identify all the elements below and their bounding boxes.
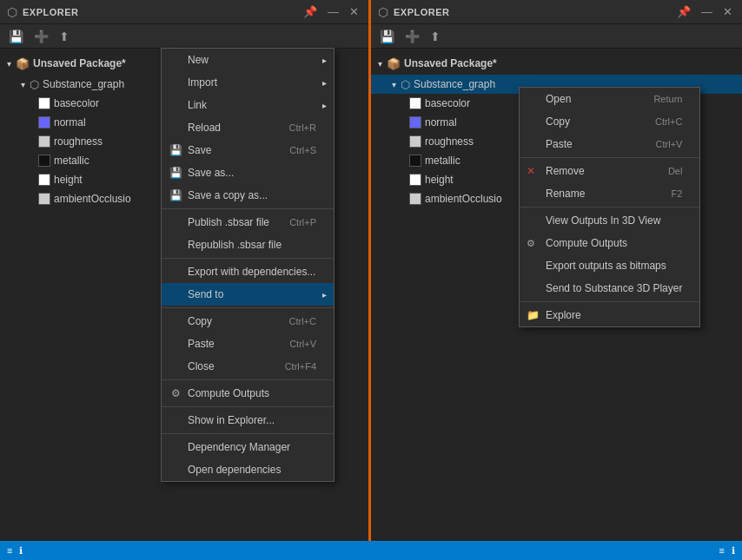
menu-reload: ReloadCtrl+R — [162, 116, 334, 139]
left-graph-label: Substance_graph — [43, 78, 124, 90]
normal-swatch-right — [409, 116, 421, 128]
close-button-left[interactable]: ✕ — [347, 4, 361, 19]
save-as-icon: 💾 — [169, 166, 182, 180]
rmenu-view3d[interactable]: View Outputs In 3D View — [520, 209, 699, 232]
sep2 — [162, 258, 334, 259]
graph-icon-left: ⬡ — [30, 78, 39, 91]
roughness-swatch-right — [409, 135, 421, 148]
metallic-swatch-left — [38, 155, 50, 167]
export-toolbar-btn-left[interactable]: ⬆ — [56, 28, 73, 45]
folder-icon: 📁 — [527, 309, 540, 321]
menu-open-deps[interactable]: Open dependencies — [162, 458, 334, 481]
height-swatch-right — [409, 174, 421, 186]
rmenu-remove[interactable]: ✕ RemoveDel — [520, 160, 699, 182]
menu-show-explorer: Show in Explorer... — [162, 409, 334, 432]
left-panel: ⬡ EXPLORER 📌 — ✕ 💾 ➕ ⬆ 📦 Unsaved Package… — [0, 0, 371, 541]
basecolor-swatch-left — [38, 97, 50, 109]
sep5 — [162, 406, 334, 407]
save-icon: 💾 — [169, 143, 182, 157]
rmenu-export-bitmaps[interactable]: Export outputs as bitmaps — [520, 254, 699, 277]
ambient-swatch-left — [38, 193, 50, 205]
graph-chevron-left — [17, 79, 28, 89]
menu-save-as[interactable]: 💾 Save as... — [162, 161, 334, 184]
menu-compute[interactable]: ⚙ Compute Outputs — [162, 382, 334, 405]
left-context-menu: New Import Link ReloadCtrl+R 💾 SaveCtrl+… — [161, 48, 335, 482]
right-package-label: Unsaved Package* — [404, 57, 497, 69]
metallic-label-right: metallic — [425, 155, 460, 167]
rsep1 — [520, 157, 699, 158]
basecolor-swatch-right — [409, 97, 421, 109]
package-box-icon-right: 📦 — [387, 57, 401, 70]
right-context-menu: OpenReturn CopyCtrl+C PasteCtrl+V ✕ Remo… — [519, 87, 700, 327]
sep4 — [162, 379, 334, 380]
menu-import[interactable]: Import — [162, 71, 334, 94]
height-label-left: height — [54, 174, 83, 186]
save-copy-icon: 💾 — [169, 188, 182, 202]
rmenu-send-player[interactable]: Send to Substance 3D Player — [520, 277, 699, 300]
left-panel-title: EXPLORER — [23, 7, 301, 17]
package-chevron-left — [3, 58, 14, 69]
menu-export-deps[interactable]: Export with dependencies... — [162, 260, 334, 283]
roughness-label-right: roughness — [425, 135, 474, 148]
status-bar: ≡ ℹ ≡ ℹ — [0, 541, 742, 560]
menu-copy: CopyCtrl+C — [162, 310, 334, 333]
ambient-swatch-right — [409, 193, 421, 205]
basecolor-label-right: basecolor — [425, 97, 470, 109]
menu-dep-manager[interactable]: Dependency Manager — [162, 436, 334, 458]
right-panel-title: EXPLORER — [394, 7, 674, 17]
status-info-icon-left: ℹ — [19, 545, 23, 557]
add-toolbar-btn-right[interactable]: ➕ — [401, 28, 423, 45]
rsep2 — [520, 207, 699, 208]
pin-button-left[interactable]: 📌 — [301, 4, 320, 19]
roughness-swatch-left — [38, 135, 50, 148]
minimize-button-right[interactable]: — — [699, 4, 715, 19]
status-info-icon-right: ℹ — [732, 545, 735, 557]
explorer-icon-right: ⬡ — [378, 5, 388, 19]
menu-link[interactable]: Link — [162, 94, 334, 116]
graph-chevron-right — [388, 79, 399, 89]
right-toolbar: 💾 ➕ ⬆ — [371, 24, 742, 49]
save-toolbar-btn-right[interactable]: 💾 — [376, 28, 398, 45]
right-panel-header: ⬡ EXPLORER 📌 — ✕ — [371, 0, 742, 24]
save-toolbar-btn-left[interactable]: 💾 — [5, 28, 27, 45]
left-panel-header: ⬡ EXPLORER 📌 — ✕ — [0, 0, 368, 24]
normal-swatch-left — [38, 116, 50, 128]
rmenu-copy[interactable]: CopyCtrl+C — [520, 110, 699, 133]
menu-republish: Republish .sbsar file — [162, 234, 334, 256]
menu-new[interactable]: New — [162, 49, 334, 71]
menu-publish[interactable]: Publish .sbsar fileCtrl+P — [162, 211, 334, 234]
right-graph-label: Substance_graph — [414, 78, 495, 90]
menu-save[interactable]: 💾 SaveCtrl+S — [162, 139, 334, 161]
gear-icon-right: ⚙ — [527, 238, 535, 249]
menu-close[interactable]: CloseCtrl+F4 — [162, 355, 334, 378]
rsep3 — [520, 301, 699, 302]
pin-button-right[interactable]: 📌 — [674, 4, 693, 19]
basecolor-label-left: basecolor — [54, 97, 99, 109]
rmenu-explore[interactable]: 📁 Explore — [520, 304, 699, 326]
x-icon: ✕ — [527, 165, 535, 177]
graph-icon-right: ⬡ — [401, 78, 410, 91]
right-package-row[interactable]: 📦 Unsaved Package* — [371, 52, 742, 75]
metallic-swatch-right — [409, 155, 421, 167]
status-menu-icon-right[interactable]: ≡ — [719, 545, 725, 556]
menu-save-copy[interactable]: 💾 Save a copy as... — [162, 184, 334, 207]
package-box-icon-left: 📦 — [16, 57, 30, 70]
package-chevron-right — [374, 58, 385, 69]
right-panel: ⬡ EXPLORER 📌 — ✕ 💾 ➕ ⬆ 📦 Unsaved Package… — [371, 0, 742, 541]
menu-send-to[interactable]: Send to — [162, 283, 334, 306]
roughness-label-left: roughness — [54, 135, 103, 148]
menu-paste: PasteCtrl+V — [162, 333, 334, 355]
minimize-button-left[interactable]: — — [325, 4, 341, 19]
add-toolbar-btn-left[interactable]: ➕ — [30, 28, 52, 45]
status-menu-icon-left[interactable]: ≡ — [7, 545, 12, 556]
export-toolbar-btn-right[interactable]: ⬆ — [427, 28, 444, 45]
normal-label-left: normal — [54, 116, 86, 128]
height-label-right: height — [425, 174, 454, 186]
rmenu-rename[interactable]: RenameF2 — [520, 182, 699, 205]
rmenu-compute[interactable]: ⚙ Compute Outputs — [520, 232, 699, 254]
rmenu-open[interactable]: OpenReturn — [520, 88, 699, 110]
close-button-right[interactable]: ✕ — [720, 4, 735, 19]
left-toolbar: 💾 ➕ ⬆ — [0, 24, 368, 49]
left-package-label: Unsaved Package* — [33, 57, 126, 69]
sep3 — [162, 307, 334, 308]
